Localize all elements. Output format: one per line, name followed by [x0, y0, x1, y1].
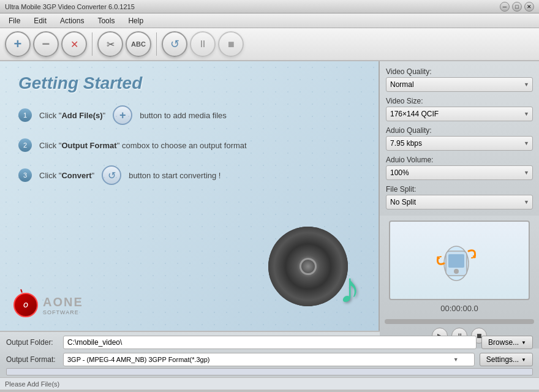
- menu-actions[interactable]: Actions: [54, 15, 90, 26]
- output-folder-label: Output Folder:: [6, 338, 58, 347]
- video-quality-label: Video Quality:: [386, 67, 533, 76]
- output-format-select[interactable]: 3GP - (MPEG-4 AMR_NB) 3GPP Format(*.3gp)…: [63, 353, 475, 366]
- toolbar-separator-2: [156, 32, 157, 56]
- stop-button[interactable]: ⏹: [218, 31, 244, 57]
- video-size-select-wrapper: 176×144 QCIF 128×96 320×240: [386, 107, 533, 121]
- reel-circle: [268, 227, 348, 306]
- menu-bar: File Edit Actions Tools Help: [0, 13, 539, 28]
- brand-section: O AONE SOFTWARE: [12, 292, 83, 318]
- cancel-button[interactable]: ✕: [61, 31, 87, 57]
- progress-area: [0, 366, 539, 377]
- minimize-button[interactable]: ─: [500, 2, 510, 12]
- audio-volume-label: Aduio Volume:: [386, 156, 533, 164]
- menu-file[interactable]: File: [2, 15, 26, 26]
- maximize-button[interactable]: □: [512, 2, 522, 12]
- preview-screen: [389, 221, 530, 300]
- output-folder-row: Output Folder: Browse...: [6, 336, 533, 349]
- pause-button[interactable]: ⏸: [190, 31, 216, 57]
- audio-volume-select[interactable]: 100% 75% 125%: [386, 165, 533, 180]
- svg-rect-2: [448, 254, 464, 268]
- convert-button[interactable]: ↺: [162, 31, 187, 57]
- brand-text: AONE SOFTWARE: [43, 295, 83, 316]
- video-quality-select[interactable]: Normal Low High: [386, 77, 533, 92]
- cut-button[interactable]: ✂: [97, 31, 123, 57]
- convert-icon: ↺: [170, 37, 179, 51]
- preview-time: 00:00:00.0: [440, 304, 478, 313]
- output-format-row: Output Format: 3GP - (MPEG-4 AMR_NB) 3GP…: [6, 353, 533, 366]
- file-split-section: File Split: No Split By Size By Time: [386, 185, 533, 209]
- menu-edit[interactable]: Edit: [28, 15, 53, 26]
- title-bar: Ultra Mobile 3GP Video Converter 6.0.121…: [0, 0, 539, 13]
- status-bar: Please Add File(s): [0, 377, 539, 390]
- phone-icon: [435, 236, 484, 285]
- pause-icon: ⏸: [198, 39, 208, 50]
- preview-controls: [385, 319, 534, 324]
- file-split-select-wrapper: No Split By Size By Time: [386, 195, 533, 209]
- minus-icon: −: [42, 36, 50, 52]
- music-note-decoration: ♪: [339, 263, 360, 312]
- progress-bar[interactable]: [385, 319, 534, 324]
- output-format-label: Output Format:: [6, 355, 58, 364]
- browse-button[interactable]: Browse...: [481, 336, 533, 349]
- film-reel-decoration: ♪: [262, 221, 360, 318]
- add-files-button[interactable]: +: [5, 31, 31, 57]
- abc-button[interactable]: ABC: [126, 31, 151, 57]
- file-split-label: File Split:: [386, 185, 533, 194]
- settings-button[interactable]: Settings...: [480, 353, 533, 366]
- output-folder-input[interactable]: [63, 336, 477, 349]
- audio-quality-section: Aduio Quality: 7.95 kbps 12.2 kbps 64 kb…: [386, 126, 533, 151]
- audio-volume-select-wrapper: 100% 75% 125%: [386, 165, 533, 180]
- cancel-icon: ✕: [70, 39, 78, 50]
- menu-help[interactable]: Help: [122, 15, 149, 26]
- video-quality-section: Video Quality: Normal Low High: [386, 67, 533, 92]
- video-quality-select-wrapper: Normal Low High: [386, 77, 533, 92]
- bottom-bar: Output Folder: Browse... Output Format: …: [0, 331, 539, 366]
- preview-panel: 00:00:00.0 ▶ ⏸ ⏹: [380, 216, 539, 349]
- video-size-select[interactable]: 176×144 QCIF 128×96 320×240: [386, 107, 533, 121]
- content-area: Getting Started 1 Click "Add File(s)" + …: [0, 61, 380, 331]
- main-area: Getting Started 1 Click "Add File(s)" + …: [0, 61, 539, 331]
- add-icon: +: [14, 36, 22, 52]
- brand-name: AONE: [43, 295, 83, 309]
- menu-tools[interactable]: Tools: [91, 15, 121, 26]
- toolbar: + − ✕ ✂ ABC ↺ ⏸ ⏹: [0, 28, 539, 61]
- audio-volume-section: Aduio Volume: 100% 75% 125%: [386, 156, 533, 180]
- right-panel: Video Quality: Normal Low High Video Siz…: [380, 61, 539, 216]
- remove-button[interactable]: −: [33, 31, 59, 57]
- stop-icon: ⏹: [227, 39, 235, 49]
- main-progress-bar: [6, 368, 533, 375]
- window-controls[interactable]: ─ □ ✕: [500, 2, 534, 12]
- brand-sub: SOFTWARE: [43, 309, 83, 316]
- file-split-select[interactable]: No Split By Size By Time: [386, 195, 533, 209]
- toolbar-separator: [92, 32, 92, 56]
- output-format-select-wrapper: 3GP - (MPEG-4 AMR_NB) 3GPP Format(*.3gp)…: [63, 353, 475, 366]
- video-size-label: Video Size:: [386, 97, 533, 105]
- window-title: Ultra Mobile 3GP Video Converter 6.0.121…: [5, 3, 135, 10]
- right-section: Video Quality: Normal Low High Video Siz…: [380, 61, 539, 331]
- svg-point-3: [454, 269, 459, 274]
- abc-icon: ABC: [131, 40, 146, 48]
- close-button[interactable]: ✕: [524, 2, 534, 12]
- audio-quality-select[interactable]: 7.95 kbps 12.2 kbps 64 kbps: [386, 136, 533, 151]
- audio-quality-select-wrapper: 7.95 kbps 12.2 kbps 64 kbps: [386, 136, 533, 151]
- audio-quality-label: Aduio Quality:: [386, 126, 533, 135]
- scissors-icon: ✂: [107, 39, 115, 50]
- video-size-section: Video Size: 176×144 QCIF 128×96 320×240: [386, 97, 533, 121]
- status-text: Please Add File(s): [5, 380, 59, 388]
